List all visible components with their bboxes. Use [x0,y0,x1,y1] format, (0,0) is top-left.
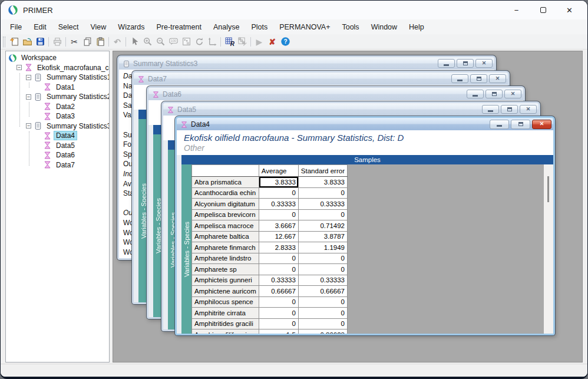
value-cell[interactable]: 2.8333 [259,242,298,253]
menu-view[interactable]: View [84,21,112,33]
close-icon[interactable]: ✕ [504,90,521,98]
value-cell[interactable]: 0 [259,253,298,264]
value-cell[interactable]: 0 [259,264,298,275]
restore-icon[interactable] [457,59,474,68]
value-cell[interactable]: 3.8333 [298,177,347,188]
species-name-cell[interactable]: Amphitritides gracili [192,318,259,329]
value-cell[interactable]: 3.8333 [259,177,298,188]
species-name-cell[interactable]: Amphilocus spence [192,296,259,308]
table-corner-cell[interactable] [192,165,259,177]
toolbar-drag-handle[interactable] [3,37,5,47]
restore-icon[interactable] [501,105,518,114]
window-titlebar[interactable]: Data6✕ [148,88,523,100]
value-cell[interactable]: 0.66667 [298,286,347,297]
tree-expander-icon[interactable]: − [26,75,31,80]
value-cell[interactable]: 3.8787 [298,231,347,242]
sidebar-item-summary-statistics3[interactable]: −Summary Statistics3 [6,121,109,131]
tree-expander-icon[interactable]: − [26,94,31,100]
close-icon[interactable]: ✕ [489,74,506,83]
window-titlebar[interactable]: Summary Statistics3✕ [119,57,494,70]
value-cell[interactable]: 0 [259,187,298,199]
close-icon[interactable]: ✕ [532,120,551,129]
window-titlebar[interactable]: Data4✕ [177,118,553,130]
sidebar-item-data5[interactable]: Data5 [6,141,109,151]
menu-wizards[interactable]: Wizards [112,21,150,33]
column-header-average[interactable]: Average [259,165,298,177]
scrollbar-thumb[interactable] [547,176,549,202]
value-cell[interactable]: 0.71492 [298,220,347,232]
species-name-cell[interactable]: Abra prismatica [192,177,259,188]
value-cell[interactable]: 0 [259,209,298,220]
minimize-icon[interactable] [438,59,455,68]
value-cell[interactable]: 1.5 [259,329,298,334]
value-cell[interactable]: 0.66667 [259,286,298,297]
window-titlebar[interactable]: Data5✕ [163,103,539,116]
copy-button[interactable] [81,35,94,48]
menu-select[interactable]: Select [52,21,85,33]
stop-button[interactable]: ✘ [266,35,279,48]
value-cell[interactable]: 0.33333 [298,199,347,210]
species-name-cell[interactable]: Amphiura filiformis [192,329,259,334]
menu-window[interactable]: Window [365,21,403,33]
sidebar-item-data1[interactable]: Data1 [6,83,109,93]
save-button[interactable] [34,35,47,48]
menu-file[interactable]: File [4,21,28,33]
species-name-cell[interactable]: Ampelisca macroce [192,220,259,232]
close-icon[interactable]: ✕ [475,59,493,68]
column-header-standard-error[interactable]: Standard error [298,165,347,177]
value-cell[interactable]: 0.33333 [259,199,298,210]
species-name-cell[interactable]: Amphitrite cirrata [192,308,259,319]
sidebar-item-summary-statistics2[interactable]: −Summary Statistics2 [6,92,109,102]
close-icon[interactable]: ✕ [520,105,537,114]
value-cell[interactable]: 0 [298,187,347,199]
help-button[interactable]: ? [279,35,292,48]
sidebar-item-summary-statistics1[interactable]: −Summary Statistics1 [6,72,109,83]
tree-expander-icon[interactable]: − [26,123,31,128]
minimize-icon[interactable]: − [503,1,530,19]
restore-icon[interactable] [511,120,530,129]
value-cell[interactable]: 1.1949 [298,242,347,253]
minimize-icon[interactable] [482,105,499,114]
menu-plots[interactable]: Plots [245,21,273,33]
value-cell[interactable]: 0.80623 [298,329,347,334]
menu-help[interactable]: Help [403,21,430,33]
species-name-cell[interactable]: Ampharete finmarch [192,242,259,253]
sidebar-item-data4[interactable]: Data4 [6,131,109,141]
menu-tools[interactable]: Tools [336,21,365,33]
value-cell[interactable]: 0 [298,296,347,308]
paste-button[interactable] [94,35,107,48]
new-workspace-button[interactable] [8,35,21,48]
value-cell[interactable]: 0 [259,318,298,329]
sidebar-item-data3[interactable]: Data3 [6,111,109,121]
open-button[interactable] [21,35,34,48]
sidebar-item-ekofisk-macrofauna-counts[interactable]: −Ekofisk_macrofauna_counts [6,63,109,73]
app-titlebar[interactable]: PRIMER − ✕ [1,1,587,19]
sidebar-item-data6[interactable]: Data6 [6,150,109,160]
species-name-cell[interactable]: Amphictene auricom [192,286,259,297]
species-name-cell[interactable]: Ampelisca brevicorn [192,209,259,220]
sidebar-item-workspace[interactable]: Workspace [6,53,109,63]
menu-analyse[interactable]: Analyse [207,21,245,33]
matrix-values-button[interactable]: R [223,35,236,48]
menu-edit[interactable]: Edit [28,21,52,33]
species-name-cell[interactable]: Acanthocardia echin [192,187,259,199]
sidebar-item-data2[interactable]: Data2 [6,102,109,112]
value-cell[interactable]: 3.6667 [259,220,298,232]
species-name-cell[interactable]: Alcyonium digitatum [192,199,259,210]
species-name-cell[interactable]: Ampharete baltica [192,231,259,242]
sidebar-item-data7[interactable]: Data7 [6,160,109,170]
tree-expander-icon[interactable]: − [16,65,22,70]
species-name-cell[interactable]: Ampharete sp [192,264,259,275]
restore-icon[interactable] [470,74,487,83]
menu-permanova[interactable]: PERMANOVA+ [273,21,336,33]
maximize-icon[interactable] [530,1,556,19]
value-cell[interactable]: 0 [259,296,298,308]
restore-icon[interactable] [485,90,503,98]
value-cell[interactable]: 0.33333 [298,275,347,286]
cut-button[interactable]: ✂ [68,35,81,48]
value-cell[interactable]: 0 [298,264,347,275]
value-cell[interactable]: 0 [298,308,347,319]
value-cell[interactable]: 0 [298,318,347,329]
vertical-scrollbar[interactable] [544,164,553,334]
value-cell[interactable]: 0.33333 [259,275,298,286]
